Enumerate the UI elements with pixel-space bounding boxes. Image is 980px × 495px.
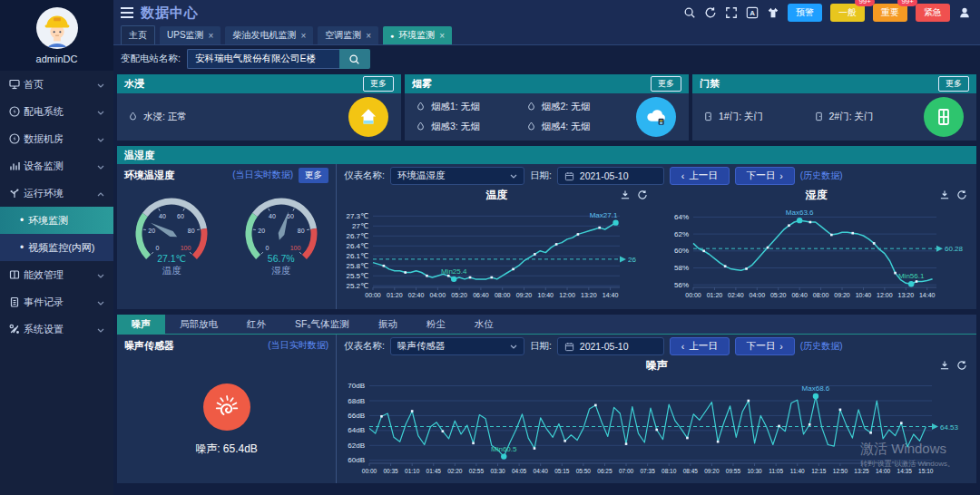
sidebar-subitem-0[interactable]: •环境监测: [0, 207, 113, 234]
svg-text:100: 100: [289, 245, 300, 251]
history-data-link[interactable]: (历史数据): [800, 340, 843, 353]
fullscreen-icon[interactable]: [725, 6, 738, 19]
water-house-icon: [348, 97, 388, 137]
svg-text:56%: 56%: [673, 281, 688, 289]
refresh-icon[interactable]: [956, 189, 967, 202]
topbar-actions: A预警一般99+重要99+紧急: [683, 4, 971, 22]
env-tab-1[interactable]: 局部放电: [165, 315, 232, 334]
svg-text:27℃: 27℃: [352, 222, 368, 230]
svg-text:06:40: 06:40: [791, 292, 808, 298]
translate-icon[interactable]: A: [746, 6, 759, 19]
page-tab-3[interactable]: 空调监测×: [318, 26, 378, 44]
refresh-icon[interactable]: [637, 189, 648, 202]
door-icon: [703, 112, 713, 123]
card-item: 1#门: 关门: [703, 111, 814, 123]
app-root: adminDC 首页配电系统数据机房设备监测运行环境•环境监测•视频监控(内网)…: [0, 0, 980, 495]
sidebar-item-power[interactable]: 配电系统: [0, 98, 113, 125]
sidebar-item-monitor[interactable]: 首页: [0, 71, 113, 98]
alert-button-0[interactable]: 预警: [788, 4, 822, 22]
env-tab-5[interactable]: 粉尘: [412, 315, 460, 334]
download-icon[interactable]: [939, 360, 950, 373]
sidebar-item-tools[interactable]: 系统设置: [0, 315, 113, 343]
close-icon[interactable]: ×: [300, 31, 306, 41]
next-day-button[interactable]: 下一日›: [735, 337, 795, 355]
card-more-button[interactable]: 更多: [363, 76, 394, 92]
gauge-more-button[interactable]: 更多: [299, 168, 328, 183]
svg-text:58%: 58%: [673, 264, 688, 272]
svg-text:25.5℃: 25.5℃: [346, 272, 368, 280]
book-icon: [9, 269, 24, 280]
next-day-button[interactable]: 下一日›: [735, 167, 795, 185]
svg-text:08:10: 08:10: [662, 468, 677, 474]
meter-select[interactable]: 噪声传感器: [390, 337, 524, 355]
close-icon[interactable]: ×: [209, 31, 214, 41]
svg-text:05:15: 05:15: [554, 468, 570, 474]
noise-panel-title: 噪声传感器: [124, 339, 262, 353]
prev-day-button[interactable]: ‹上一日: [670, 167, 730, 185]
hamburger-menu-icon[interactable]: [121, 7, 133, 18]
card-title: 水浸: [124, 77, 144, 91]
env-tab-3[interactable]: SF₆气体监测: [280, 315, 364, 334]
page-tab-2[interactable]: 柴油发电机监测×: [225, 26, 313, 44]
svg-text:20: 20: [149, 228, 156, 234]
meter-select[interactable]: 环境温湿度: [390, 167, 524, 185]
download-icon[interactable]: [939, 189, 950, 202]
search-button[interactable]: [339, 49, 370, 69]
svg-text:64.53: 64.53: [940, 423, 959, 432]
card-item: 2#门: 关门: [814, 111, 925, 123]
humidity-chart-title: 湿度: [657, 188, 977, 202]
svg-text:13:20: 13:20: [581, 292, 597, 298]
env-tab-6[interactable]: 水位: [460, 315, 508, 334]
sidebar-subitem-1[interactable]: •视频监控(内网): [0, 234, 113, 261]
alert-button-3[interactable]: 紧急: [916, 4, 950, 22]
svg-text:07:35: 07:35: [640, 468, 655, 474]
prev-day-button[interactable]: ‹上一日: [670, 337, 730, 355]
date-picker[interactable]: 2021-05-10: [557, 167, 664, 185]
meter-select-value: 噪声传感器: [397, 340, 446, 353]
svg-text:06:40: 06:40: [473, 292, 489, 298]
alert-button-1[interactable]: 一般99+: [830, 4, 865, 22]
svg-text:12:00: 12:00: [559, 292, 575, 298]
refresh-icon[interactable]: [704, 6, 717, 19]
page-tab-4[interactable]: ●环境监测×: [383, 26, 452, 44]
env-tab-0[interactable]: 噪声: [117, 315, 165, 334]
page-tab-1[interactable]: UPS监测×: [160, 26, 220, 44]
close-icon[interactable]: ×: [366, 31, 371, 41]
refresh-icon[interactable]: [956, 360, 967, 373]
history-data-link[interactable]: (历史数据): [800, 170, 843, 182]
sidebar-item-server[interactable]: 数据机房: [0, 125, 113, 152]
user-icon[interactable]: [958, 6, 971, 19]
svg-text:06:25: 06:25: [597, 468, 612, 474]
sidebar-item-doc[interactable]: 事件记录: [0, 288, 113, 315]
svg-text:05:50: 05:50: [576, 468, 592, 474]
meter-name-label: 仪表名称:: [344, 170, 385, 182]
sidebar-menu: 首页配电系统数据机房设备监测运行环境•环境监测•视频监控(内网)能效管理事件记录…: [0, 71, 113, 343]
alert-button-2[interactable]: 重要99+: [873, 4, 907, 22]
card-more-button[interactable]: 更多: [651, 76, 681, 92]
avatar[interactable]: [36, 7, 78, 49]
user-profile: adminDC: [0, 0, 113, 71]
sidebar-item-book[interactable]: 能效管理: [0, 261, 113, 288]
close-icon[interactable]: ×: [439, 31, 445, 41]
date-picker[interactable]: 2021-05-10: [557, 337, 664, 355]
env-tab-4[interactable]: 振动: [364, 315, 412, 334]
page-tab-0[interactable]: 主页: [121, 25, 155, 44]
sidebar-item-env[interactable]: 运行环境: [0, 180, 113, 207]
chevron-down-icon: [510, 174, 517, 179]
svg-text:66dB: 66dB: [348, 412, 365, 420]
sidebar-item-chart[interactable]: 设备监测: [0, 152, 113, 180]
station-name-input[interactable]: [187, 49, 339, 69]
realtime-label: (当日实时数据): [232, 169, 293, 181]
svg-text:14:40: 14:40: [918, 292, 935, 298]
svg-text:14:35: 14:35: [897, 468, 913, 474]
env-tab-2[interactable]: 红外: [232, 315, 280, 334]
chevron-down-icon: [97, 79, 104, 90]
clothes-icon[interactable]: [767, 6, 779, 19]
svg-text:Min25.4: Min25.4: [441, 267, 467, 276]
svg-text:10:40: 10:40: [537, 292, 554, 298]
svg-text:11:05: 11:05: [769, 468, 783, 474]
search-icon[interactable]: [683, 6, 696, 19]
download-icon[interactable]: [620, 189, 631, 202]
card-more-button[interactable]: 更多: [938, 76, 969, 92]
temperature-chart: 25.2℃25.5℃25.8℃26.1℃26.4℃26.7℃27℃27.3℃00…: [337, 202, 652, 304]
